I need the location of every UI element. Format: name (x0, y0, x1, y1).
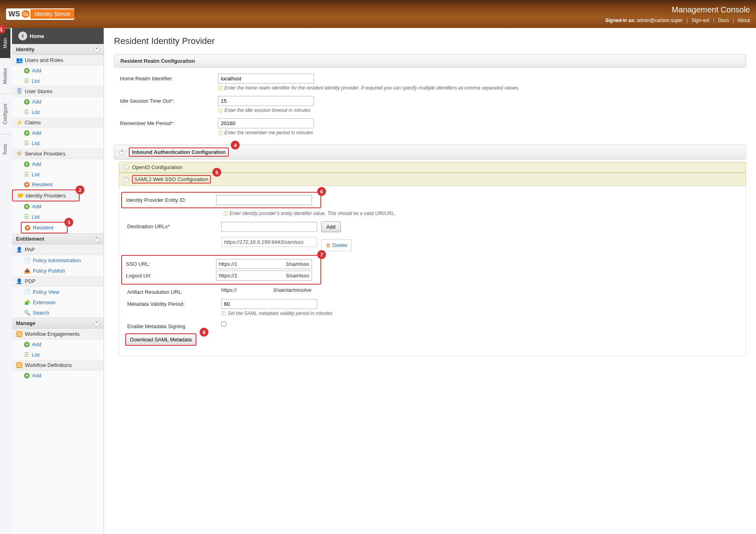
remember-input[interactable] (218, 118, 314, 128)
chevron-down-icon: ⌄ (123, 165, 129, 170)
nav-users-list[interactable]: ☰List (12, 76, 104, 86)
nav-pdp[interactable]: 👤PDP (12, 276, 104, 287)
logo: WS O₂ Identity Server (6, 8, 74, 20)
nav-idp-list[interactable]: ☰List (12, 211, 104, 222)
vertical-tabs: Main 1 Monitor Configure Tools (0, 28, 12, 534)
nav-wf-eng-add[interactable]: +Add (12, 339, 104, 349)
logout-url-label: Logout Url: (126, 271, 210, 279)
info-icon: ⓘ (218, 85, 223, 92)
nav-users-add[interactable]: +Add (12, 66, 104, 76)
about-link[interactable]: About (738, 18, 750, 23)
list-icon: ☰ (24, 140, 29, 146)
plus-icon: + (24, 204, 30, 209)
callout-5: 5 (212, 168, 221, 177)
nav-wf-eng[interactable]: 🔀Workflow Engagements (12, 329, 104, 339)
docs-link[interactable]: Docs (718, 18, 729, 23)
nav-sp-resident[interactable]: ✦Resident (12, 179, 104, 189)
callout-2: 2 (76, 185, 84, 194)
inbound-auth-header[interactable]: ⌃ Inbound Authentication Configuration (114, 145, 746, 159)
list-icon: ☰ (24, 351, 29, 358)
nav-sp-list[interactable]: ☰List (12, 169, 104, 179)
doc-icon: 📄 (24, 257, 30, 263)
back-button[interactable] (18, 32, 27, 40)
nav-extension[interactable]: 🧩Extension (12, 297, 104, 307)
info-icon: ⓘ (223, 211, 228, 217)
vtab-configure[interactable]: Configure (0, 94, 12, 134)
nav-idp-resident[interactable]: ✦Resident (21, 222, 68, 233)
people-icon: 👥 (16, 57, 22, 63)
enable-signing-checkbox[interactable] (221, 321, 226, 327)
page-title: Resident Identity Provider (114, 36, 746, 46)
dest-url-input[interactable] (221, 222, 317, 232)
nav-wf-eng-list[interactable]: ☰List (12, 349, 104, 360)
nav-wf-def[interactable]: 🔀Workflow Definitions (12, 360, 104, 371)
nav-users-roles[interactable]: 👥Users and Roles (12, 55, 104, 66)
list-icon: ☰ (24, 109, 29, 115)
download-saml-button[interactable]: Download SAML Metadata (125, 333, 196, 346)
signed-in-user: admin@carbon.super (637, 18, 683, 23)
sso-url-label: SSO URL: (126, 259, 210, 267)
artifact-url-label: Artifact Resolution URL: (127, 287, 215, 295)
nav-user-stores[interactable]: 🗄User Stores (12, 86, 104, 97)
vtab-tools[interactable]: Tools (0, 134, 12, 165)
remember-label: Remember Me Period*: (120, 118, 212, 126)
metadata-validity-input[interactable] (221, 299, 317, 309)
vtab-monitor[interactable]: Monitor (0, 58, 12, 94)
nav-search[interactable]: 🔍Search (12, 307, 104, 318)
nav-idp[interactable]: 🤝Identity Providers (12, 189, 80, 201)
claim-icon: ⚡ (16, 119, 22, 126)
sidebar: Home Identity ⌃ 👥Users and Roles +Add ☰L… (12, 28, 104, 534)
chevron-up-icon: ⌃ (94, 236, 100, 242)
nav-sp[interactable]: ⚙Service Providers (12, 148, 104, 159)
breadcrumb: Home (12, 28, 104, 44)
nav-stores-list[interactable]: ☰List (12, 107, 104, 117)
nav-claims[interactable]: ⚡Claims (12, 117, 104, 128)
plus-icon: + (24, 373, 30, 379)
user-icon: 👤 (16, 278, 22, 284)
extension-icon: 🧩 (24, 299, 30, 305)
add-url-button[interactable]: Add (321, 221, 341, 232)
logo-o2-text: O₂ (22, 10, 30, 18)
main-content: Resident Identity Provider Resident Real… (104, 28, 756, 534)
info-icon: ⓘ (218, 108, 223, 114)
home-realm-input[interactable] (218, 74, 314, 84)
plus-icon: + (24, 99, 30, 105)
console-title: Management Console (605, 5, 750, 14)
nav-wf-def-add[interactable]: +Add (12, 371, 104, 381)
entity-id-input[interactable] (216, 195, 312, 205)
nav-claims-list[interactable]: ☰List (12, 138, 104, 148)
nav-policy-view[interactable]: 📄Policy View (12, 287, 104, 297)
dest-urls-label: Destination URLs* (127, 221, 215, 229)
section-manage[interactable]: Manage ⌃ (12, 318, 104, 329)
callout-7: 7 (317, 250, 326, 259)
header-bar: WS O₂ Identity Server Management Console… (0, 0, 756, 28)
handshake-icon: 🤝 (17, 192, 23, 199)
plus-icon: + (24, 68, 30, 74)
nav-sp-add[interactable]: +Add (12, 159, 104, 169)
nav-policy-publish[interactable]: 📤Policy Publish (12, 265, 104, 276)
callout-6: 6 (317, 187, 326, 196)
breadcrumb-home[interactable]: Home (30, 33, 44, 39)
nav-idp-add[interactable]: +Add (12, 201, 104, 211)
nav-policy-admin[interactable]: 📄Policy Administration (12, 255, 104, 265)
chevron-up-icon: ⌃ (123, 177, 129, 182)
chevron-up-icon: ⌃ (119, 149, 125, 155)
realm-panel-header: Resident Realm Configuration (114, 54, 746, 68)
plus-icon: + (24, 130, 30, 136)
metadata-validity-label: Metadata Validity Period: (127, 299, 215, 307)
section-identity[interactable]: Identity ⌃ (12, 44, 104, 55)
callout-3: 3 (64, 218, 73, 227)
shield-icon: ✦ (25, 225, 30, 231)
delete-url-button[interactable]: 🗑Delete (321, 239, 352, 251)
workflow-icon: 🔀 (16, 362, 22, 368)
signout-link[interactable]: Sign-out (692, 18, 710, 23)
trash-icon: 🗑 (326, 242, 331, 248)
search-icon: 🔍 (24, 309, 30, 316)
nav-stores-add[interactable]: +Add (12, 97, 104, 107)
nav-claims-add[interactable]: +Add (12, 128, 104, 138)
callout-4: 4 (231, 141, 240, 149)
idle-input[interactable] (218, 96, 314, 106)
section-entitlement[interactable]: Entitlement ⌃ (12, 233, 104, 244)
list-icon: ☰ (24, 78, 29, 84)
nav-pap[interactable]: 👤PAP (12, 244, 104, 255)
